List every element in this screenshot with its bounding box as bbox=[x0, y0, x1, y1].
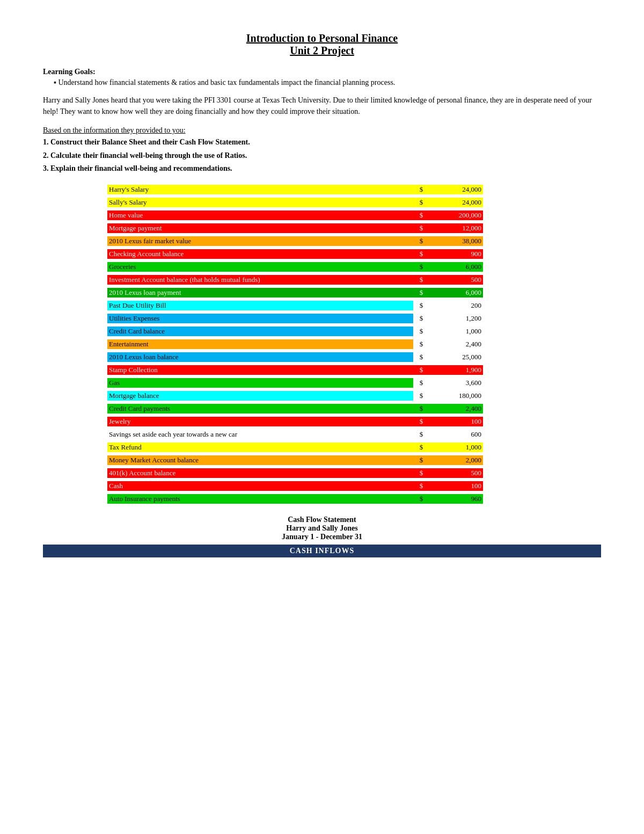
row-label: Money Market Account balance bbox=[107, 455, 413, 465]
table-row: 401(k) Account balance$500 bbox=[107, 467, 483, 479]
row-label: Utilities Expenses bbox=[107, 314, 413, 323]
table-row: Checking Account balance$900 bbox=[107, 248, 483, 260]
row-dollar: $ bbox=[413, 249, 429, 259]
row-label: Tax Refund bbox=[107, 443, 413, 452]
table-row: Utilities Expenses$1,200 bbox=[107, 313, 483, 324]
learning-goals-label: Learning Goals: bbox=[43, 68, 601, 76]
table-row: Money Market Account balance$2,000 bbox=[107, 454, 483, 466]
row-label: Past Due Utility Bill bbox=[107, 301, 413, 310]
row-dollar: $ bbox=[413, 365, 429, 375]
row-label: Cash bbox=[107, 481, 413, 491]
row-dollar: $ bbox=[413, 314, 429, 323]
row-dollar: $ bbox=[413, 198, 429, 207]
row-value: 2,400 bbox=[429, 404, 483, 414]
row-label: Mortgage balance bbox=[107, 391, 413, 401]
row-label: Home value bbox=[107, 211, 413, 220]
row-label: Checking Account balance bbox=[107, 249, 413, 259]
row-label: Entertainment bbox=[107, 339, 413, 349]
row-label: Sally's Salary bbox=[107, 198, 413, 207]
row-value: 1,200 bbox=[429, 314, 483, 323]
row-label: Harry's Salary bbox=[107, 185, 413, 194]
table-row: Credit Card balance$1,000 bbox=[107, 325, 483, 337]
row-label: Gas bbox=[107, 378, 413, 388]
row-dollar: $ bbox=[413, 352, 429, 362]
row-value: 24,000 bbox=[429, 198, 483, 207]
table-row: Savings set aside each year towards a ne… bbox=[107, 429, 483, 440]
row-dollar: $ bbox=[413, 236, 429, 246]
table-row: Investment Account balance (that holds m… bbox=[107, 274, 483, 286]
row-value: 2,000 bbox=[429, 455, 483, 465]
cf-title2: Harry and Sally Jones bbox=[43, 524, 601, 533]
row-dollar: $ bbox=[413, 185, 429, 194]
row-dollar: $ bbox=[413, 443, 429, 452]
row-label: Mortgage payment bbox=[107, 223, 413, 233]
cf-title3: January 1 - December 31 bbox=[43, 533, 601, 541]
row-value: 6,000 bbox=[429, 262, 483, 272]
row-label: Investment Account balance (that holds m… bbox=[107, 275, 413, 285]
learning-goals-section: Learning Goals: Understand how financial… bbox=[43, 68, 601, 87]
table-row: Tax Refund$1,000 bbox=[107, 441, 483, 453]
cash-flow-header: Cash Flow Statement Harry and Sally Jone… bbox=[43, 516, 601, 541]
cf-title1: Cash Flow Statement bbox=[43, 516, 601, 524]
row-dollar: $ bbox=[413, 481, 429, 491]
row-value: 500 bbox=[429, 275, 483, 285]
table-row: Sally's Salary$24,000 bbox=[107, 197, 483, 208]
row-label: 2010 Lexus loan payment bbox=[107, 288, 413, 298]
task-2: 2. Calculate their financial well-being … bbox=[43, 150, 601, 162]
row-value: 600 bbox=[429, 430, 483, 439]
row-value: 100 bbox=[429, 417, 483, 426]
row-label: Auto Insurance payments bbox=[107, 494, 413, 504]
table-row: Jewelry$100 bbox=[107, 416, 483, 427]
table-row: Credit Card payments$2,400 bbox=[107, 403, 483, 415]
row-label: 401(k) Account balance bbox=[107, 468, 413, 478]
row-value: 200 bbox=[429, 301, 483, 310]
row-label: Credit Card payments bbox=[107, 404, 413, 414]
row-value: 2,400 bbox=[429, 339, 483, 349]
table-row: 2010 Lexus fair market value$38,000 bbox=[107, 235, 483, 247]
data-table: Harry's Salary$24,000Sally's Salary$24,0… bbox=[107, 184, 483, 505]
row-label: Jewelry bbox=[107, 417, 413, 426]
row-value: 1,900 bbox=[429, 365, 483, 375]
row-dollar: $ bbox=[413, 468, 429, 478]
row-label: 2010 Lexus fair market value bbox=[107, 236, 413, 246]
row-dollar: $ bbox=[413, 417, 429, 426]
table-row: Past Due Utility Bill$200 bbox=[107, 300, 483, 311]
row-dollar: $ bbox=[413, 327, 429, 336]
row-dollar: $ bbox=[413, 211, 429, 220]
row-dollar: $ bbox=[413, 339, 429, 349]
row-label: Credit Card balance bbox=[107, 327, 413, 336]
row-dollar: $ bbox=[413, 275, 429, 285]
row-value: 900 bbox=[429, 249, 483, 259]
row-value: 1,000 bbox=[429, 443, 483, 452]
row-label: Stamp Collection bbox=[107, 365, 413, 375]
table-row: Groceries$6,000 bbox=[107, 261, 483, 273]
cf-inflows-label: CASH INFLOWS bbox=[290, 547, 355, 555]
row-dollar: $ bbox=[413, 404, 429, 414]
row-value: 960 bbox=[429, 494, 483, 504]
row-value: 100 bbox=[429, 481, 483, 491]
row-dollar: $ bbox=[413, 391, 429, 401]
table-row: Stamp Collection$1,900 bbox=[107, 364, 483, 376]
row-label: Groceries bbox=[107, 262, 413, 272]
row-value: 12,000 bbox=[429, 223, 483, 233]
row-value: 180,000 bbox=[429, 391, 483, 401]
row-dollar: $ bbox=[413, 494, 429, 504]
table-row: Home value$200,000 bbox=[107, 209, 483, 221]
row-dollar: $ bbox=[413, 262, 429, 272]
table-row: Entertainment$2,400 bbox=[107, 338, 483, 350]
row-value: 24,000 bbox=[429, 185, 483, 194]
row-dollar: $ bbox=[413, 455, 429, 465]
row-value: 1,000 bbox=[429, 327, 483, 336]
learning-goal-item-1: Understand how financial statements & ra… bbox=[54, 78, 601, 87]
row-value: 500 bbox=[429, 468, 483, 478]
page-title: Introduction to Personal Finance Unit 2 … bbox=[43, 32, 601, 57]
intro-paragraph: Harry and Sally Jones heard that you wer… bbox=[43, 95, 601, 117]
row-dollar: $ bbox=[413, 288, 429, 298]
main-title-line1: Introduction to Personal Finance bbox=[43, 32, 601, 45]
table-row: Cash$100 bbox=[107, 480, 483, 492]
table-row: Auto Insurance payments$960 bbox=[107, 493, 483, 505]
based-on-label: Based on the information they provided t… bbox=[43, 126, 186, 134]
row-value: 6,000 bbox=[429, 288, 483, 298]
table-row: Mortgage payment$12,000 bbox=[107, 222, 483, 234]
table-row: Gas$3,600 bbox=[107, 377, 483, 389]
